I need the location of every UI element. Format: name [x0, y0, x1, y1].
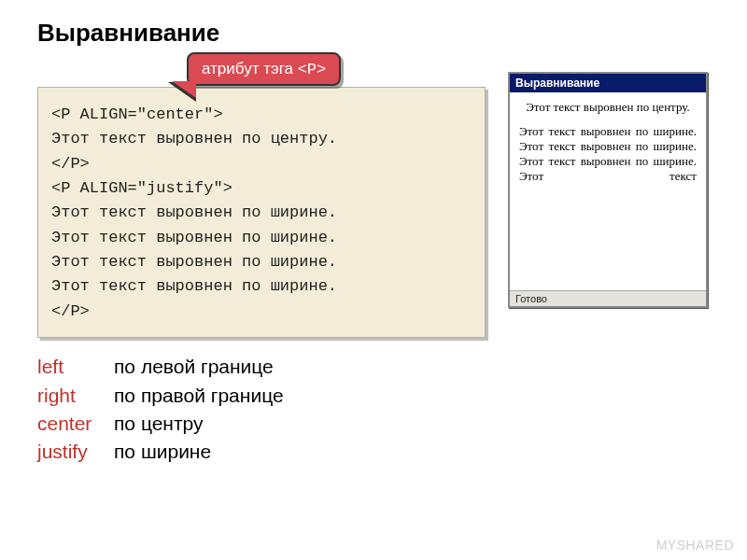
watermark: MYSHARED: [656, 538, 734, 553]
legend-key: right: [37, 382, 114, 410]
code-line: Этот текст выровнен по ширине.: [51, 250, 472, 274]
code-line: </P>: [51, 152, 472, 176]
code-line: Этот текст выровнен по центру.: [51, 127, 472, 151]
callout-text: атрибут тэга: [202, 60, 298, 77]
browser-window: Выравнивание Этот текст выровнен по цент…: [508, 72, 708, 308]
legend-val: по левой границе: [114, 353, 274, 381]
callout: атрибут тэга <P>: [187, 52, 341, 86]
legend-key: left: [37, 353, 114, 381]
code-line: <P ALIGN="center">: [51, 103, 472, 127]
page-title: Выравнивание: [37, 19, 710, 48]
legend-val: по ширине: [114, 438, 211, 466]
browser-text-center: Этот текст выровнен по центру.: [519, 100, 697, 115]
legend-row: right по правой границе: [37, 382, 710, 410]
code-line: Этот текст выровнен по ширине.: [51, 201, 472, 225]
code-block: <P ALIGN="center"> Этот текст выровнен п…: [37, 87, 486, 338]
browser-titlebar: Выравнивание: [510, 74, 706, 92]
callout-tag: <P>: [298, 61, 327, 78]
legend-key: justify: [37, 438, 114, 466]
legend: left по левой границе right по правой гр…: [37, 353, 710, 467]
legend-val: по правой границе: [114, 382, 284, 410]
browser-statusbar: Готово: [510, 290, 706, 306]
legend-row: center по центру: [37, 410, 710, 438]
code-line: </P>: [51, 300, 472, 324]
browser-text-justify: Этот текст выровнен по ширине. Этот текс…: [519, 124, 697, 184]
code-line: Этот текст выровнен по ширине.: [51, 226, 472, 250]
legend-row: justify по ширине: [37, 438, 710, 466]
legend-row: left по левой границе: [37, 353, 710, 381]
legend-val: по центру: [114, 410, 204, 438]
browser-body: Этот текст выровнен по центру. Этот текс…: [510, 92, 706, 290]
code-line: <P ALIGN="justify">: [51, 176, 472, 201]
code-line: Этот текст выровнен по ширине.: [51, 274, 472, 299]
legend-key: center: [37, 410, 114, 438]
